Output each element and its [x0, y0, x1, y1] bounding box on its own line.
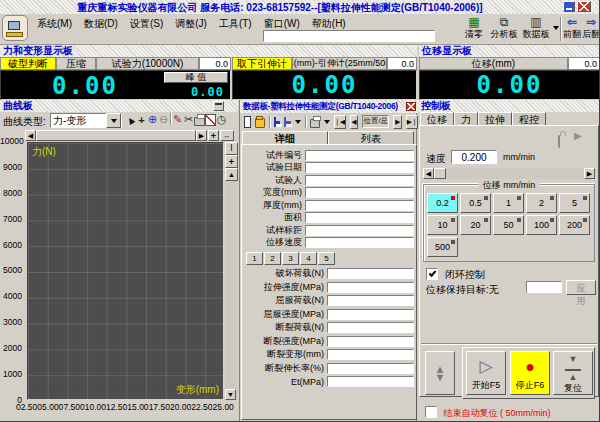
curve-panel-window-icon[interactable]: [213, 101, 224, 111]
curve-toolbar-separator: [170, 113, 171, 125]
specimen-tab-4[interactable]: 5: [318, 252, 335, 265]
detail-field-input[interactable]: [305, 200, 414, 211]
speed-button-500[interactable]: 500: [427, 237, 458, 257]
data-panel-close-icon[interactable]: [406, 102, 416, 111]
hscroll-left-arrow[interactable]: ◀: [25, 130, 36, 141]
result-field-input[interactable]: [327, 376, 414, 387]
slider-thumb[interactable]: [434, 168, 446, 179]
export-icon[interactable]: [284, 117, 291, 127]
page-next-button[interactable]: ⇒ 后翻: [582, 16, 600, 39]
nav-next-button[interactable]: ▶: [393, 115, 402, 129]
slider-left-arrow[interactable]: ◀: [423, 168, 434, 179]
zoom-x-expand-button[interactable]: +: [208, 130, 219, 141]
result-field-input[interactable]: [327, 322, 414, 333]
speed-button-2[interactable]: 2: [526, 193, 557, 213]
zoom-y-expand-button[interactable]: +: [225, 155, 238, 168]
print-dropdown-icon[interactable]: [324, 120, 330, 124]
speed-button-0.5[interactable]: 0.5: [460, 193, 491, 213]
hscroll-thumb[interactable]: [36, 130, 196, 141]
data-board-dropdown-icon[interactable]: [553, 26, 559, 30]
detail-field-input[interactable]: [305, 212, 414, 223]
vscroll-track[interactable]: Ⅰ + ▲ ▼: [225, 142, 237, 400]
detail-field-input[interactable]: [305, 237, 414, 248]
nav-last-button[interactable]: ▶❘: [406, 115, 418, 129]
close-button[interactable]: [577, 1, 591, 12]
speed-value-box[interactable]: 0.200: [451, 150, 497, 164]
menu-item-1[interactable]: 数据(D): [78, 16, 124, 32]
specimen-tab-3[interactable]: 4: [300, 252, 317, 265]
hold-target-input[interactable]: [526, 281, 562, 293]
chart-line-icon[interactable]: [205, 113, 216, 126]
fit-width-button[interactable]: ↔: [220, 130, 234, 141]
pointer-tool-icon[interactable]: ▲: [125, 113, 136, 126]
nav-prev-button[interactable]: ◀: [350, 115, 359, 129]
apply-button[interactable]: 应用: [566, 280, 596, 295]
auto-reset-checkbox[interactable]: [425, 406, 437, 418]
analysis-board-button[interactable]: ⧉ 分析板: [489, 16, 519, 39]
speed-button-100[interactable]: 100: [526, 215, 557, 235]
result-field-input[interactable]: [327, 282, 414, 293]
data-board-button[interactable]: ▥ 数据板: [521, 16, 551, 39]
menu-item-4[interactable]: 工具(T): [213, 16, 258, 32]
start-button[interactable]: ▷ 开始F5: [466, 351, 506, 395]
result-field-input[interactable]: [327, 309, 414, 320]
menu-item-0[interactable]: 系统(M): [31, 16, 78, 32]
crosshead-updown-button[interactable]: ▲ ▼: [425, 351, 455, 395]
print-curve-icon[interactable]: [194, 113, 205, 126]
break-judge-button[interactable]: 破型判断: [0, 57, 56, 70]
result-field-input[interactable]: [327, 336, 414, 347]
plot-area[interactable]: 力(N) 变形(mm): [27, 142, 224, 400]
save-icon[interactable]: [274, 117, 281, 127]
new-record-icon[interactable]: [244, 116, 251, 128]
nav-first-button[interactable]: ❘◀: [334, 115, 346, 129]
slider-right-arrow[interactable]: ▶: [584, 168, 595, 179]
reset-button[interactable]: ▼▲ 复位: [553, 351, 593, 395]
stop-button[interactable]: ● 停止F6: [510, 351, 550, 395]
menu-item-2[interactable]: 设置(S): [124, 16, 169, 32]
zoom-in-icon[interactable]: ⊕: [147, 113, 158, 126]
menu-item-3[interactable]: 调整(J): [169, 16, 213, 32]
speed-button-5[interactable]: 5: [559, 193, 590, 213]
print-icon[interactable]: [310, 119, 320, 128]
fit-height-button[interactable]: Ⅰ: [225, 142, 238, 155]
clear-zero-button[interactable]: ▦ 清零: [461, 16, 487, 39]
save-dropdown-icon[interactable]: [295, 120, 301, 124]
speed-slider[interactable]: ◀ ▶: [423, 168, 595, 179]
closed-loop-checkbox[interactable]: [426, 268, 438, 280]
speed-button-0.2[interactable]: 0.2: [427, 193, 458, 213]
open-file-icon[interactable]: [255, 118, 265, 128]
specimen-tab-1[interactable]: 2: [264, 252, 281, 265]
result-field-input[interactable]: [327, 349, 414, 360]
peak-value-button[interactable]: 峰 值: [164, 72, 228, 83]
compression-button[interactable]: 压缩: [56, 57, 96, 70]
scissors-tool-icon[interactable]: ✂: [183, 113, 194, 126]
detail-field-input[interactable]: [305, 175, 414, 186]
speed-button-1[interactable]: 1: [493, 193, 524, 213]
curve-type-dropdown-icon[interactable]: [106, 113, 121, 128]
detail-field-input[interactable]: [305, 225, 414, 236]
specimen-tab-0[interactable]: 1: [246, 252, 263, 265]
result-field-input[interactable]: [327, 295, 414, 306]
specimen-tab-2[interactable]: 3: [282, 252, 299, 265]
zoom-out-icon[interactable]: ⊖: [158, 113, 169, 126]
detail-field-input[interactable]: [305, 162, 414, 173]
pen-tool-icon[interactable]: ✎: [172, 113, 183, 126]
pan-tool-icon[interactable]: +: [136, 113, 147, 126]
speed-button-20[interactable]: 20: [460, 215, 491, 235]
curve-type-select[interactable]: 力-变形: [50, 113, 122, 128]
speed-button-50[interactable]: 50: [493, 215, 524, 235]
refresh-timer-icon[interactable]: ◷: [216, 113, 227, 126]
play-small-icon[interactable]: ▶: [574, 130, 582, 141]
detail-field-input[interactable]: [305, 150, 414, 161]
speed-button-200[interactable]: 200: [559, 215, 590, 235]
vscroll-down-arrow[interactable]: ▼: [225, 389, 236, 400]
result-field-input[interactable]: [327, 363, 414, 374]
minimize-button[interactable]: [563, 1, 575, 12]
hscroll-right-arrow[interactable]: ▶: [196, 130, 207, 141]
result-field-input[interactable]: [327, 268, 414, 279]
speed-button-10[interactable]: 10: [427, 215, 458, 235]
remove-extensometer-button[interactable]: 取下引伸计: [232, 57, 292, 70]
page-prev-button[interactable]: ⇐ 前翻: [563, 16, 581, 39]
detail-field-input[interactable]: [305, 187, 414, 198]
vscroll-up-arrow[interactable]: ▲: [225, 168, 238, 181]
